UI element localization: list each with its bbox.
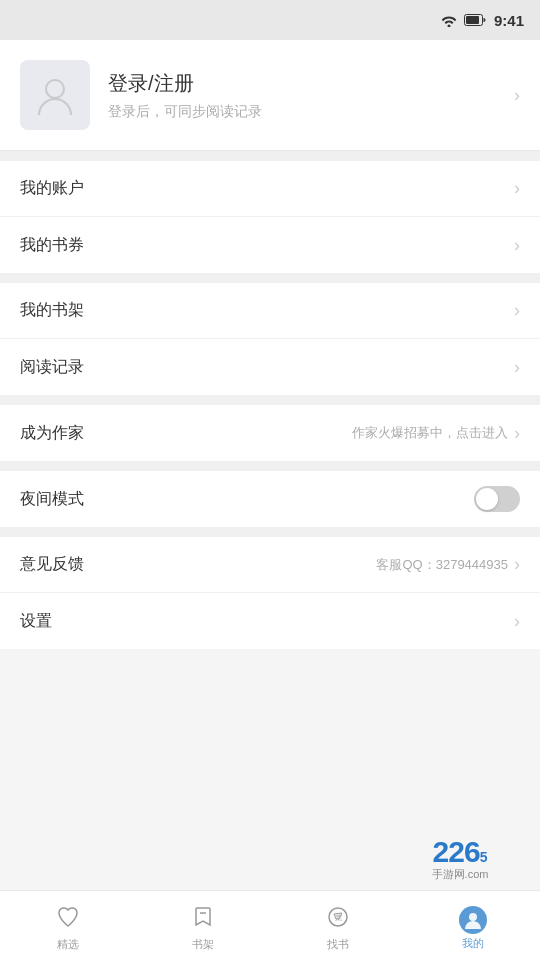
section-gap-5 xyxy=(0,527,540,537)
watermark-suffix: 5 xyxy=(480,849,488,865)
chevron-icon: › xyxy=(514,423,520,444)
watermark-number: 226 xyxy=(433,835,480,869)
chevron-icon: › xyxy=(514,357,520,378)
heart-icon xyxy=(56,905,80,933)
nav-label-featured: 精选 xyxy=(57,937,79,952)
nav-label-mine: 我的 xyxy=(462,936,484,951)
battery-icon xyxy=(464,14,486,26)
chevron-icon: › xyxy=(514,178,520,199)
menu-item-my-voucher[interactable]: 我的书券 › xyxy=(0,217,540,273)
night-mode-toggle[interactable] xyxy=(474,486,520,512)
nav-item-findbook[interactable]: 荒 找书 xyxy=(270,899,405,952)
profile-info: 登录/注册 登录后，可同步阅读记录 xyxy=(108,70,506,121)
wifi-icon xyxy=(440,13,458,27)
chevron-icon: › xyxy=(514,554,520,575)
chevron-icon: › xyxy=(514,611,520,632)
menu-item-settings[interactable]: 设置 › xyxy=(0,593,540,649)
section-gap-2 xyxy=(0,273,540,283)
section-gap-1 xyxy=(0,151,540,161)
compass-icon: 荒 xyxy=(326,905,350,933)
status-icons xyxy=(440,13,486,27)
menu-item-my-shelf[interactable]: 我的书架 › xyxy=(0,283,540,339)
nav-label-findbook: 找书 xyxy=(327,937,349,952)
menu-item-night-mode[interactable]: 夜间模式 xyxy=(0,471,540,527)
nav-item-bookshelf[interactable]: 书架 xyxy=(135,899,270,952)
bottom-nav: 精选 书架 荒 找书 我的 xyxy=(0,890,540,960)
menu-section-5: 意见反馈 客服QQ：3279444935 › 设置 › xyxy=(0,537,540,649)
watermark-site: 手游网.com xyxy=(432,867,489,882)
avatar xyxy=(20,60,90,130)
profile-chevron: › xyxy=(514,85,520,106)
menu-section-4: 夜间模式 xyxy=(0,471,540,527)
profile-subtitle: 登录后，可同步阅读记录 xyxy=(108,103,506,121)
mine-avatar xyxy=(459,906,487,934)
nav-label-bookshelf: 书架 xyxy=(192,937,214,952)
section-gap-3 xyxy=(0,395,540,405)
watermark: 226 5 手游网.com xyxy=(380,826,540,890)
menu-item-reading-history[interactable]: 阅读记录 › xyxy=(0,339,540,395)
menu-item-become-author[interactable]: 成为作家 作家火爆招募中，点击进入 › xyxy=(0,405,540,461)
menu-section-3: 成为作家 作家火爆招募中，点击进入 › xyxy=(0,405,540,461)
svg-point-7 xyxy=(469,913,477,921)
chevron-icon: › xyxy=(514,235,520,256)
svg-rect-1 xyxy=(466,16,479,24)
status-bar: 9:41 xyxy=(0,0,540,40)
chevron-icon: › xyxy=(514,300,520,321)
avatar-icon xyxy=(33,73,77,117)
menu-section-2: 我的书架 › 阅读记录 › xyxy=(0,283,540,395)
menu-item-feedback[interactable]: 意见反馈 客服QQ：3279444935 › xyxy=(0,537,540,593)
menu-section-1: 我的账户 › 我的书券 › xyxy=(0,161,540,273)
svg-text:荒: 荒 xyxy=(334,914,341,921)
bookmark-icon xyxy=(191,905,215,933)
status-time: 9:41 xyxy=(494,12,524,29)
section-gap-4 xyxy=(0,461,540,471)
menu-item-my-account[interactable]: 我的账户 › xyxy=(0,161,540,217)
profile-header[interactable]: 登录/注册 登录后，可同步阅读记录 › xyxy=(0,40,540,151)
toggle-knob xyxy=(476,488,498,510)
svg-point-2 xyxy=(46,80,64,98)
nav-item-featured[interactable]: 精选 xyxy=(0,899,135,952)
nav-item-mine[interactable]: 我的 xyxy=(405,900,540,951)
profile-title: 登录/注册 xyxy=(108,70,506,97)
